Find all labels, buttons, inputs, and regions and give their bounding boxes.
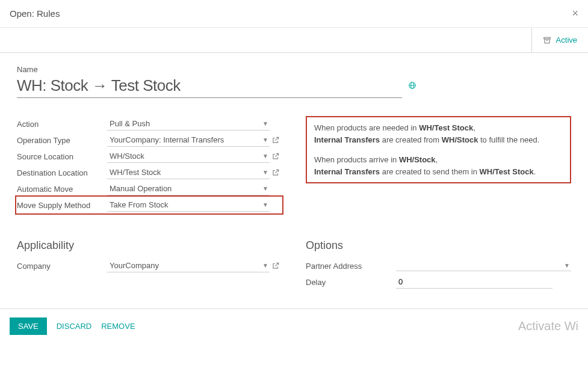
caret-down-icon: ▼ (262, 153, 268, 159)
status-bar: Active (0, 28, 588, 53)
svg-rect-1 (545, 39, 549, 43)
partner-address-select[interactable]: ▼ (396, 260, 571, 271)
active-label: Active (556, 35, 577, 44)
form-body: Name Action Pull & Push ▼ Operation Type (0, 53, 588, 308)
globe-icon[interactable] (408, 80, 416, 90)
name-row (17, 76, 571, 98)
action-label: Action (17, 120, 107, 129)
move-supply-method-value: Take From Stock (110, 200, 169, 209)
right-column: When products are needed in WH/Test Stoc… (306, 116, 571, 213)
name-field-label: Name (17, 65, 571, 74)
discard-button[interactable]: DISCARD (57, 322, 92, 331)
company-label: Company (17, 262, 107, 271)
company-value: YourCompany (110, 261, 159, 270)
rule-description-highlight: When products are needed in WH/Test Stoc… (306, 116, 571, 183)
caret-down-icon: ▼ (564, 262, 570, 269)
source-location-select[interactable]: WH/Stock ▼ (107, 150, 270, 163)
move-supply-method-label: Move Supply Method (17, 201, 107, 210)
destination-location-select[interactable]: WH/Test Stock ▼ (107, 166, 270, 179)
destination-location-external-link-icon[interactable] (270, 168, 282, 177)
remove-button[interactable]: REMOVE (101, 322, 135, 331)
action-value: Pull & Push (110, 119, 150, 128)
delay-label: Delay (306, 278, 396, 287)
applicability-heading: Applicability (17, 239, 282, 252)
close-icon[interactable]: × (572, 7, 578, 20)
caret-down-icon: ▼ (262, 169, 268, 176)
caret-down-icon: ▼ (262, 185, 268, 192)
operation-type-value: YourCompany: Internal Transfers (110, 135, 224, 144)
left-column: Action Pull & Push ▼ Operation Type Your… (17, 116, 282, 213)
caret-down-icon: ▼ (262, 136, 268, 143)
company-select[interactable]: YourCompany ▼ (107, 259, 270, 272)
caret-down-icon: ▼ (262, 201, 268, 208)
automatic-move-label: Automatic Move (17, 185, 107, 194)
destination-location-label: Destination Location (17, 168, 107, 177)
operation-type-select[interactable]: YourCompany: Internal Transfers ▼ (107, 133, 270, 147)
move-supply-highlight: Move Supply Method Take From Stock ▼ (15, 195, 283, 215)
operation-type-label: Operation Type (17, 136, 107, 145)
operation-type-external-link-icon[interactable] (270, 136, 282, 145)
status-spacer (0, 28, 532, 52)
modal-title: Open: Rules (10, 8, 60, 19)
source-location-external-link-icon[interactable] (270, 152, 282, 161)
save-button[interactable]: SAVE (10, 317, 47, 335)
partner-address-label: Partner Address (306, 262, 396, 271)
source-location-value: WH/Stock (110, 152, 144, 161)
caret-down-icon: ▼ (262, 120, 268, 127)
delay-input[interactable] (396, 275, 552, 289)
company-external-link-icon[interactable] (270, 262, 282, 271)
automatic-move-value: Manual Operation (110, 184, 172, 193)
lower-sections: Applicability Company YourCompany ▼ Opti… (17, 213, 571, 290)
activate-windows-watermark: Activate Wi (518, 319, 578, 333)
move-supply-method-select[interactable]: Take From Stock ▼ (107, 198, 270, 212)
action-select[interactable]: Pull & Push ▼ (107, 117, 270, 130)
automatic-move-select[interactable]: Manual Operation ▼ (107, 182, 270, 195)
source-location-label: Source Location (17, 152, 107, 161)
rule-name-input[interactable] (17, 76, 402, 98)
modal-header: Open: Rules × (0, 0, 588, 28)
active-toggle[interactable]: Active (532, 28, 588, 52)
modal-footer: SAVE DISCARD REMOVE Activate Wi (0, 308, 588, 343)
caret-down-icon: ▼ (262, 262, 268, 269)
archive-icon (543, 35, 551, 45)
options-heading: Options (306, 239, 571, 252)
destination-location-value: WH/Test Stock (110, 168, 161, 177)
